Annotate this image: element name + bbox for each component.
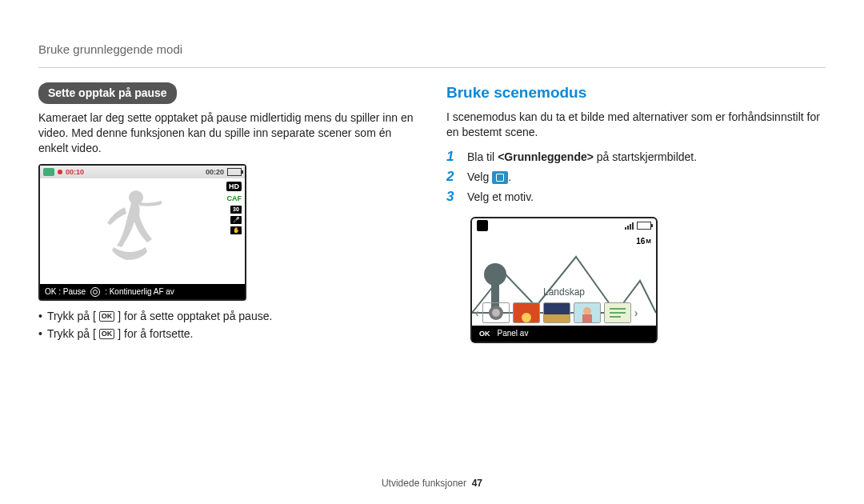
stabilizer-icon: ✋ [230, 226, 242, 234]
scene-mode-icon [492, 171, 508, 184]
footer-pause-label: OK : Pause [45, 286, 86, 298]
step-1: 1 Bla til <Grunnleggende> på startskjerm… [446, 148, 826, 166]
camera-mode-icon [43, 168, 54, 176]
video-topbar: 00:10 00:20 [40, 166, 245, 178]
ok-key-icon: OK [99, 329, 115, 339]
svg-rect-12 [582, 314, 592, 322]
chevron-left-icon[interactable]: ‹ [475, 306, 479, 321]
section-divider [38, 67, 826, 68]
ok-key-icon: OK [477, 329, 493, 338]
hd-badge: HD [226, 182, 242, 191]
battery-icon [637, 222, 651, 230]
scene-label: Landskap [472, 286, 656, 298]
resolution-badge: 16M [636, 236, 651, 247]
elapsed-time: 00:10 [66, 167, 84, 177]
left-column: Sette opptak på pause Kameraet lar deg s… [38, 82, 418, 344]
bullet-pause: Trykk på [OK] for å sette opptaket på pa… [38, 309, 418, 324]
scene-filmstrip: ‹ [472, 300, 656, 326]
pause-description: Kameraet lar deg sette opptaket på pause… [38, 110, 418, 156]
step-3: 3 Velg et motiv. [446, 188, 826, 206]
step-2: 2 Velg . [446, 168, 826, 186]
battery-icon [227, 168, 242, 176]
scene-thumb-portrait[interactable] [574, 302, 601, 323]
macro-icon [90, 287, 100, 297]
chevron-right-icon[interactable]: › [634, 306, 638, 321]
step-number: 3 [446, 188, 459, 206]
svg-point-5 [492, 309, 500, 317]
camera-screen-scene: 16M Landskap ‹ [470, 217, 658, 343]
panel-off-label: Panel av [498, 328, 529, 339]
ok-key-icon: OK [99, 311, 115, 322]
record-icon [58, 170, 62, 174]
step-number: 1 [446, 148, 459, 166]
right-column: Bruke scenemodus I scenemodus kan du ta … [446, 82, 826, 344]
scene-thumb-lens[interactable] [482, 302, 510, 323]
scene-heading: Bruke scenemodus [446, 82, 826, 103]
svg-point-7 [522, 313, 531, 322]
scene-description: I scenemodus kan du ta et bilde med alte… [446, 110, 826, 140]
svg-rect-9 [544, 314, 570, 322]
page-footer: Utvidede funksjoner 47 [0, 477, 864, 490]
scene-thumb-dawn[interactable] [543, 302, 570, 323]
dancer-silhouette [90, 183, 186, 279]
signal-bars-icon [625, 222, 634, 230]
mode-icon [477, 220, 488, 231]
step-number: 2 [446, 168, 459, 186]
svg-point-3 [484, 263, 506, 286]
fps-badge: 30 [230, 206, 242, 214]
section-pill-pause: Sette opptak på pause [38, 82, 177, 104]
bullet-resume: Trykk på [OK] for å fortsette. [38, 326, 418, 342]
mic-icon: 🎤 [230, 216, 242, 224]
scene-thumb-sunset[interactable] [513, 302, 540, 323]
caf-badge: CAF [227, 194, 242, 203]
scene-thumb-text[interactable] [604, 302, 631, 323]
total-time: 00:20 [206, 167, 224, 177]
svg-rect-8 [544, 303, 570, 314]
svg-point-11 [583, 307, 591, 315]
footer-af-label: : Kontinuerlig AF av [105, 286, 174, 298]
breadcrumb: Bruke grunnleggende modi [38, 42, 826, 58]
camera-screen-video: 00:10 00:20 [38, 164, 246, 302]
